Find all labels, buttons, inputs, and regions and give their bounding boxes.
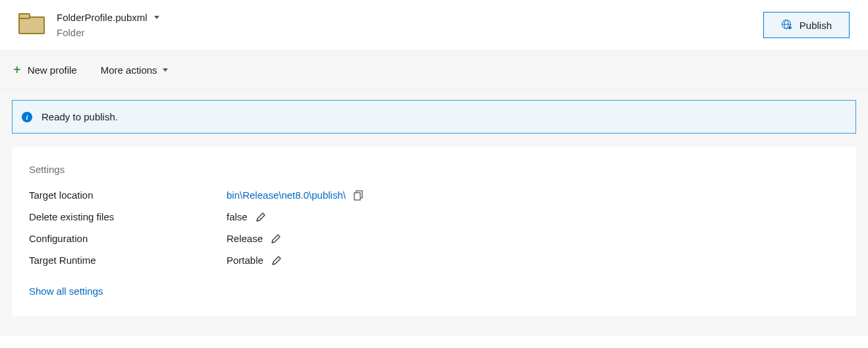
edit-icon[interactable] xyxy=(271,255,282,266)
settings-section-title: Settings xyxy=(29,164,839,175)
globe-publish-icon xyxy=(781,19,793,31)
delete-existing-label: Delete existing files xyxy=(29,211,227,222)
new-profile-label: New profile xyxy=(28,64,77,76)
info-icon: i xyxy=(22,112,32,122)
profile-block: FolderProfile.pubxml Folder xyxy=(57,12,159,38)
copy-icon[interactable] xyxy=(354,190,364,201)
publish-content: i Ready to publish. Settings Target loca… xyxy=(0,89,868,336)
publish-button-label: Publish xyxy=(800,20,832,31)
plus-icon: + xyxy=(13,63,21,76)
svg-rect-7 xyxy=(354,193,360,200)
target-runtime-value-row: Portable xyxy=(227,255,839,266)
svg-marker-5 xyxy=(789,26,792,30)
publish-header: FolderProfile.pubxml Folder Publish xyxy=(0,0,868,50)
chevron-down-icon xyxy=(163,68,168,72)
settings-grid: Target location bin\Release\net8.0\publi… xyxy=(29,189,839,266)
more-actions-label: More actions xyxy=(101,64,157,76)
status-banner: i Ready to publish. xyxy=(12,100,856,134)
edit-icon[interactable] xyxy=(271,234,281,244)
publish-toolbar: + New profile More actions xyxy=(0,50,868,89)
target-location-label: Target location xyxy=(29,189,227,201)
svg-rect-1 xyxy=(19,14,30,18)
folder-icon xyxy=(18,13,45,34)
target-location-value-row: bin\Release\net8.0\publish\ xyxy=(227,189,839,201)
delete-existing-value-row: false xyxy=(227,211,839,222)
chevron-down-icon xyxy=(154,16,159,19)
status-message: Ready to publish. xyxy=(41,111,118,122)
new-profile-button[interactable]: + New profile xyxy=(13,63,77,76)
delete-existing-value: false xyxy=(227,211,248,222)
target-runtime-label: Target Runtime xyxy=(29,255,227,266)
configuration-label: Configuration xyxy=(29,233,227,244)
svg-rect-0 xyxy=(19,17,44,34)
publish-button[interactable]: Publish xyxy=(763,12,850,38)
more-actions-dropdown[interactable]: More actions xyxy=(101,64,168,76)
profile-subtitle: Folder xyxy=(57,27,159,38)
show-all-settings-link[interactable]: Show all settings xyxy=(29,286,103,297)
target-location-link[interactable]: bin\Release\net8.0\publish\ xyxy=(227,189,346,201)
settings-card: Settings Target location bin\Release\net… xyxy=(12,147,856,316)
edit-icon[interactable] xyxy=(256,212,266,222)
profile-selector[interactable]: FolderProfile.pubxml xyxy=(57,12,159,23)
profile-name: FolderProfile.pubxml xyxy=(57,12,148,23)
configuration-value-row: Release xyxy=(227,233,839,244)
target-runtime-value: Portable xyxy=(227,255,263,266)
configuration-value: Release xyxy=(227,233,263,244)
header-left: FolderProfile.pubxml Folder xyxy=(18,12,159,38)
